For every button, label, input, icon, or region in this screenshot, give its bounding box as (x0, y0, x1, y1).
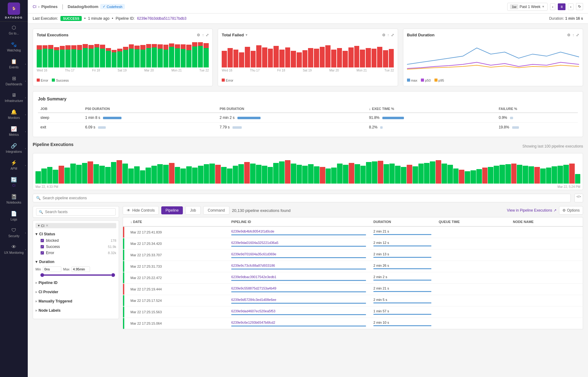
sidebar-item-label: UX Monitoring (4, 251, 23, 255)
node-labels-header[interactable]: › Node Labels (35, 307, 116, 314)
exec-id[interactable]: 6239e9c6e1293b6547b6fcd2 (228, 318, 370, 329)
chart-actions: ⚙ ↑ ⤢ (567, 33, 579, 37)
settings-icon[interactable]: ⚙ (567, 33, 570, 37)
close-icon[interactable]: ✕ (46, 224, 48, 228)
goto-icon: ⬡ (12, 25, 16, 30)
breadcrumb-ci[interactable]: CI (33, 5, 36, 9)
duration-max-input[interactable] (72, 266, 90, 272)
exec-duration: 2 min 5 s (370, 295, 435, 306)
exec-date: Mar 22 17:25:17.524 (127, 295, 228, 306)
gear-icon: ⚙ (562, 208, 566, 213)
sidebar-item-integrations[interactable]: 🔗 Integrations › (0, 140, 28, 157)
exec-duration: 2 min 21 s (370, 226, 435, 238)
exec-id[interactable]: 6239e9d701604a35c61d369e (228, 249, 370, 261)
fullscreen-icon[interactable]: ⚙ (197, 33, 200, 37)
sidebar-item-label: Security (8, 234, 19, 238)
exec-id[interactable]: 6239e9c73cfc88a87d933186 (228, 261, 370, 272)
sidebar-item-apm[interactable]: ⚡ APM › (0, 157, 28, 174)
tab-job[interactable]: Job (185, 206, 200, 215)
expand-icon[interactable]: ⤢ (576, 33, 579, 37)
export-icon[interactable]: ↑ (572, 33, 574, 37)
prev-time-btn[interactable]: ‹ (550, 3, 556, 10)
duration-header[interactable]: ▾ Duration (35, 258, 116, 265)
sidebar-item-label: Integrations (6, 150, 22, 154)
range-thumb-right[interactable] (111, 273, 115, 277)
sidebar-item-notebooks[interactable]: 📓 Notebooks (0, 191, 28, 208)
export-icon[interactable]: ↑ (202, 33, 204, 37)
tab-command[interactable]: Command (203, 206, 229, 215)
col-failure: FAILURE % (496, 105, 578, 113)
col-duration: DURATION (370, 217, 435, 227)
chevron-down-icon: ▾ (35, 260, 37, 264)
exec-id[interactable]: 6239e9dad4607ec520ea5f53 (228, 306, 370, 318)
exec-id[interactable]: 6239e9d57284c3ed1d08e6ee (228, 295, 370, 306)
pipeline-id-header[interactable]: › Pipeline ID (35, 279, 116, 286)
duration-min-input[interactable] (43, 266, 61, 272)
code-view-btn[interactable]: </> (574, 194, 583, 202)
exec-queue (435, 318, 509, 329)
refresh-btn[interactable]: ↻ (576, 3, 583, 10)
blocked-checkbox[interactable] (40, 239, 44, 242)
settings-icon[interactable]: ⚙ (382, 33, 385, 37)
mini-bar-chart-inner (33, 153, 583, 190)
sidebar-item-logs[interactable]: 📄 Logs (0, 208, 28, 225)
hide-controls-btn[interactable]: 👁 Hide Controls (123, 206, 159, 215)
charts-row: Total Executions ⚙ ↑ ⤢ (33, 29, 583, 86)
manually-triggered-header[interactable]: › Manually Triggered (35, 298, 116, 305)
sidebar-item-ux[interactable]: 👁 UX Monitoring › (0, 241, 28, 258)
tab-pipeline[interactable]: Pipeline (161, 206, 183, 214)
table-row: Mar 22 17:25:41.839 6239e9db4bfc80541f1d… (123, 226, 583, 238)
options-btn[interactable]: ⚙ Options (559, 206, 583, 215)
sidebar-item-infrastructure[interactable]: 🖥 Infrastructure › (0, 89, 28, 106)
sidebar-logo: 🐕 DATADOG (0, 0, 28, 22)
status-indicator-cell (123, 226, 127, 238)
status-indicator-cell (123, 295, 127, 306)
range-thumb-left[interactable] (40, 273, 44, 277)
exec-date: Mar 22 17:25:34.420 (127, 238, 228, 249)
ci-tag[interactable]: ▾ CI ✕ (35, 223, 116, 228)
view-in-pipeline-link[interactable]: View in Pipeline Executions ↗ (507, 208, 557, 213)
chevron-right-icon: › (25, 113, 26, 116)
search-input[interactable] (43, 196, 567, 200)
dot-sep2: • (112, 16, 113, 21)
col-date-label[interactable]: ↓ DATE (127, 217, 228, 227)
time-selector[interactable]: 1w Past 1 Week ▼ (507, 3, 547, 11)
sidebar-item-ci[interactable]: 🔄 CI (0, 174, 28, 191)
sidebar-item-dashboards[interactable]: ⊞ Dashboards › (0, 72, 28, 89)
error-checkbox[interactable] (40, 251, 44, 255)
exec-queue (435, 284, 509, 295)
integrations-icon: 🔗 (11, 143, 17, 149)
exec-node (509, 238, 583, 249)
sidebar-item-metrics[interactable]: 📈 Metrics › (0, 123, 28, 140)
sidebar-item-monitors[interactable]: 🔔 Monitors › (0, 106, 28, 123)
exec-id[interactable]: 6239e9da01604a325221d36a5 (228, 238, 370, 249)
duration-range-track (40, 274, 111, 276)
sidebar-item-watchdog[interactable]: 🐾 Watchdog (0, 39, 28, 55)
sidebar-item-label: APM (10, 167, 17, 171)
exec-id[interactable]: 6239e9c558875d27153a4b49 (228, 284, 370, 295)
facet-search-input[interactable] (45, 210, 113, 214)
status-indicator-cell (123, 284, 127, 295)
ci-provider-header[interactable]: › CI Provider (35, 289, 116, 295)
pause-time-btn[interactable]: ⏸ (558, 3, 565, 10)
ci-status-header[interactable]: ▾ CI Status (35, 231, 116, 237)
col-p50: P50 DURATION (83, 105, 217, 113)
sidebar-item-events[interactable]: 📋 Events › (0, 55, 28, 72)
expand-icon[interactable]: ⤢ (206, 33, 209, 37)
expand-icon[interactable]: ⤢ (391, 33, 394, 37)
col-exec: ↓EXEC TIME % (367, 105, 496, 113)
sidebar-item-goto[interactable]: ⬡ Go to... (0, 22, 28, 39)
success-checkbox[interactable] (40, 245, 44, 249)
next-time-btn[interactable]: › (568, 3, 574, 10)
exec-id[interactable]: 6239e9dbac39017542e3edb1 (228, 272, 370, 284)
export-icon[interactable]: ↑ (387, 33, 389, 37)
logs-icon: 📄 (11, 211, 17, 217)
exec-id[interactable]: 6239e9db4bfc80541f1d0cde (228, 226, 370, 238)
sidebar-item-security[interactable]: 🛡 Security › (0, 225, 28, 241)
exec-date: Mar 22 17:25:22.472 (127, 272, 228, 284)
top-navbar: CI › Pipelines | Datadog/bottom ✓ Codefr… (28, 0, 588, 14)
exec-date: Mar 22 17:25:15.064 (127, 318, 228, 329)
job-name: exit (38, 123, 83, 132)
dropdown-icon[interactable]: ▼ (245, 33, 248, 37)
pipeline-id[interactable]: 6239e76b3ddba5117817bdb3 (137, 16, 186, 21)
